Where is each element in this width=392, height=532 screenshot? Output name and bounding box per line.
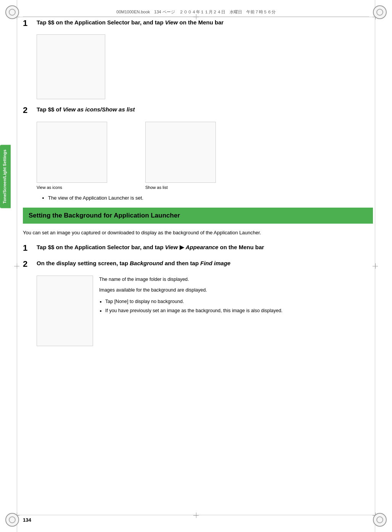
step-2b-content: The name of the image folder is displaye…	[37, 276, 373, 346]
step-2-number: 2	[23, 105, 34, 115]
view-as-icons-image	[37, 122, 107, 183]
corner-decoration-tr	[371, 3, 389, 21]
section-description: You can set an image you captured or dow…	[23, 229, 373, 237]
step-2-images	[37, 122, 373, 183]
page-number: 134	[23, 517, 31, 523]
step-2-bullet-1: The view of the Application Launcher is …	[48, 194, 373, 202]
step-1-image	[37, 34, 105, 99]
header-text: 00M1000EN.book 134 ページ ２００４年１１月２４日 水曜日 午…	[116, 9, 275, 15]
header-line: 00M1000EN.book 134 ページ ２００４年１１月２４日 水曜日 午…	[23, 9, 369, 17]
step-2-block: 2 Tap $$ of View as icons/Show as list	[23, 105, 373, 115]
step-2b-bullets: Tap [None] to display no background. If …	[99, 298, 373, 314]
step-2b-text: On the display setting screen, tap Backg…	[37, 259, 373, 267]
step-1-block: 1 Tap $$ on the Application Selector bar…	[23, 18, 373, 28]
step-1-number: 1	[23, 18, 34, 28]
step-2-image-labels: View as icons Show as list	[37, 184, 373, 190]
note-line-2: Images available for the background are …	[99, 286, 373, 294]
side-tab: Tone/Screen/Light Settings	[0, 145, 11, 208]
step-2b-bullet-1: Tap [None] to display no background.	[105, 298, 373, 305]
step-2-bullets: The view of the Application Launcher is …	[42, 194, 373, 202]
step-2b-number: 2	[23, 259, 34, 269]
crosshair-left-mid	[14, 263, 19, 269]
show-as-list-label: Show as list	[145, 184, 216, 190]
step-1b-text: Tap $$ on the Application Selector bar, …	[37, 243, 373, 251]
step-2b-block: 2 On the display setting screen, tap Bac…	[23, 259, 373, 269]
step-1-text: Tap $$ on the Application Selector bar, …	[37, 18, 373, 26]
section-heading: Setting the Background for Application L…	[23, 208, 373, 224]
show-as-list-image	[145, 122, 216, 183]
crosshair-right-mid	[373, 263, 378, 269]
step-2b-image	[37, 276, 93, 346]
step-1b-number: 1	[23, 243, 34, 253]
corner-decoration-tl	[3, 3, 21, 21]
corner-decoration-bl	[3, 511, 21, 529]
corner-decoration-br	[371, 511, 389, 529]
main-content: 1 Tap $$ on the Application Selector bar…	[23, 18, 373, 514]
view-as-icons-label: View as icons	[37, 184, 107, 190]
step-1b-block: 1 Tap $$ on the Application Selector bar…	[23, 243, 373, 253]
note-line-1: The name of the image folder is displaye…	[99, 276, 373, 283]
step-2b-notes: The name of the image folder is displaye…	[99, 276, 373, 316]
step-2b-bullet-2: If you have previously set an image as t…	[105, 307, 373, 314]
step-2-text: Tap $$ of View as icons/Show as list	[37, 105, 373, 113]
